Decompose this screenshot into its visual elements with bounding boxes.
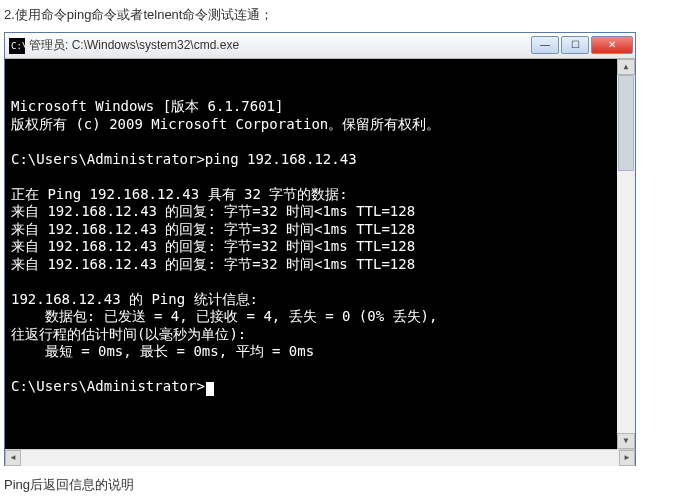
window-title: 管理员: C:\Windows\system32\cmd.exe	[29, 37, 531, 54]
scroll-right-arrow-icon[interactable]: ►	[619, 450, 635, 466]
vertical-scrollbar[interactable]: ▲ ▼	[617, 59, 635, 449]
terminal-output[interactable]: Microsoft Windows [版本 6.1.7601]版权所有 (c) …	[5, 59, 635, 449]
terminal-line: 192.168.12.43 的 Ping 统计信息:	[11, 291, 611, 309]
close-icon: ✕	[608, 39, 616, 50]
scroll-left-arrow-icon[interactable]: ◄	[5, 450, 21, 466]
terminal-line: 最短 = 0ms, 最长 = 0ms, 平均 = 0ms	[11, 343, 611, 361]
terminal-line: 数据包: 已发送 = 4, 已接收 = 4, 丢失 = 0 (0% 丢失),	[11, 308, 611, 326]
cmd-window: C:\ 管理员: C:\Windows\system32\cmd.exe — ☐…	[4, 32, 636, 466]
cmd-icon: C:\	[9, 38, 25, 54]
window-controls: — ☐ ✕	[531, 36, 633, 56]
terminal-line: Microsoft Windows [版本 6.1.7601]	[11, 98, 611, 116]
cursor-icon	[206, 382, 214, 396]
titlebar[interactable]: C:\ 管理员: C:\Windows\system32\cmd.exe — ☐…	[5, 33, 635, 59]
close-button[interactable]: ✕	[591, 36, 633, 54]
scroll-track[interactable]	[617, 75, 635, 433]
terminal-line	[11, 168, 611, 186]
terminal-line: C:\Users\Administrator>	[11, 378, 611, 396]
terminal-line	[11, 361, 611, 379]
terminal-line: 来自 192.168.12.43 的回复: 字节=32 时间<1ms TTL=1…	[11, 203, 611, 221]
maximize-button[interactable]: ☐	[561, 36, 589, 54]
terminal-line: 往返行程的估计时间(以毫秒为单位):	[11, 326, 611, 344]
horizontal-scrollbar[interactable]: ◄ ►	[5, 449, 635, 465]
notes-heading: Ping后返回信息的说明	[4, 474, 673, 496]
terminal-line	[11, 133, 611, 151]
scroll-up-arrow-icon[interactable]: ▲	[617, 59, 635, 75]
terminal-line: 来自 192.168.12.43 的回复: 字节=32 时间<1ms TTL=1…	[11, 238, 611, 256]
minimize-button[interactable]: —	[531, 36, 559, 54]
terminal-line: C:\Users\Administrator>ping 192.168.12.4…	[11, 151, 611, 169]
maximize-icon: ☐	[571, 39, 580, 50]
scroll-track-h[interactable]	[21, 450, 619, 466]
terminal-line: 来自 192.168.12.43 的回复: 字节=32 时间<1ms TTL=1…	[11, 256, 611, 274]
minimize-icon: —	[540, 39, 550, 50]
instruction-text: 2.使用命令ping命令或者telnent命令测试连通；	[4, 4, 673, 26]
terminal-line	[11, 273, 611, 291]
scroll-thumb[interactable]	[618, 75, 634, 171]
svg-text:C:\: C:\	[11, 41, 25, 51]
terminal-line: 来自 192.168.12.43 的回复: 字节=32 时间<1ms TTL=1…	[11, 221, 611, 239]
scroll-down-arrow-icon[interactable]: ▼	[617, 433, 635, 449]
terminal-line: 正在 Ping 192.168.12.43 具有 32 字节的数据:	[11, 186, 611, 204]
terminal-line: 版权所有 (c) 2009 Microsoft Corporation。保留所有…	[11, 116, 611, 134]
